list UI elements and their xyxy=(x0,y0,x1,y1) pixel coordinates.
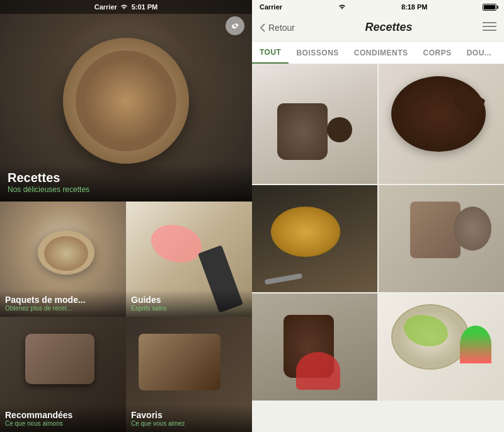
recipe-row-2 xyxy=(252,185,504,292)
chevron-left-icon xyxy=(260,23,266,33)
tab-dou[interactable]: DOU... xyxy=(459,42,500,64)
left-status-bar: Carrier 5:01 PM xyxy=(0,0,252,14)
left-panel: Carrier 5:01 PM Recettes Nos délicieuses… xyxy=(0,0,252,432)
paquets-cell[interactable]: Paquets de mode... Obtenez plus de recet… xyxy=(0,202,126,317)
hero-subtitle: Nos délicieuses recettes xyxy=(8,185,244,194)
guides-label: Guides Esprits sains xyxy=(126,290,252,317)
menu-button[interactable] xyxy=(483,21,496,34)
right-panel: Carrier 8:18 PM Retour Recettes xyxy=(252,0,504,432)
watermelon-decoration xyxy=(460,326,491,363)
hero-recettes-cell[interactable]: Recettes Nos délicieuses recettes xyxy=(0,0,252,202)
mug-drink-image xyxy=(252,64,377,184)
mug-drink-cell[interactable] xyxy=(252,64,377,184)
recipe-row-3 xyxy=(252,293,504,401)
tab-condiments[interactable]: CONDIMENTS xyxy=(346,42,416,64)
right-status-bar: Carrier 8:18 PM xyxy=(252,0,504,14)
paquets-subtitle: Obtenez plus de recet... xyxy=(5,305,121,312)
tab-corps[interactable]: CORPS xyxy=(415,42,459,64)
recipe-row-1 xyxy=(252,64,504,184)
category-grid: Paquets de mode... Obtenez plus de recet… xyxy=(0,202,252,432)
battery-status xyxy=(483,4,496,11)
back-button[interactable]: Retour xyxy=(260,23,295,33)
chocolate-tart-cell[interactable] xyxy=(379,64,504,184)
golden-soup-cell[interactable] xyxy=(252,185,377,292)
recommandees-title: Recommandées xyxy=(5,410,121,420)
wifi-icon xyxy=(120,4,129,10)
colorful-salad-cell[interactable] xyxy=(379,293,504,401)
gear-icon xyxy=(230,21,240,31)
nuts-image xyxy=(379,185,504,292)
tab-tout[interactable]: TOUT xyxy=(252,42,289,64)
paquets-label: Paquets de mode... Obtenez plus de recet… xyxy=(0,290,126,317)
chocolate-smoothie-cell[interactable] xyxy=(252,293,377,401)
noodle-plate xyxy=(63,38,189,164)
right-wifi-icon xyxy=(338,4,346,10)
favoris-subtitle: Ce que vous aimez xyxy=(131,420,247,427)
favoris-cell[interactable]: Favoris Ce que vous aimez xyxy=(126,317,252,432)
tab-bar: TOUT BOISSONS CONDIMENTS CORPS DOU... xyxy=(252,42,504,64)
guides-cell[interactable]: Guides Esprits sains xyxy=(126,202,252,317)
guides-subtitle: Esprits sains xyxy=(131,305,247,312)
recommandees-subtitle: Ce que nous aimons xyxy=(5,420,121,427)
settings-button[interactable] xyxy=(226,16,244,35)
favoris-label: Favoris Ce que vous aimez xyxy=(126,405,252,432)
left-time: 5:01 PM xyxy=(132,3,158,11)
battery-icon xyxy=(483,4,496,11)
back-label: Retour xyxy=(268,23,295,33)
nuts-granola-cell[interactable] xyxy=(379,185,504,292)
hero-label: Recettes Nos délicieuses recettes xyxy=(0,163,252,202)
left-carrier: Carrier xyxy=(94,3,117,11)
tart-image xyxy=(379,64,504,184)
battery-fill xyxy=(484,5,495,9)
recipe-grid xyxy=(252,64,504,432)
nav-bar: Retour Recettes xyxy=(252,14,504,42)
hero-title: Recettes xyxy=(8,171,244,185)
paquets-title: Paquets de mode... xyxy=(5,295,121,305)
recommandees-cell[interactable]: Recommandées Ce que nous aimons xyxy=(0,317,126,432)
page-title: Recettes xyxy=(365,21,412,34)
favoris-title: Favoris xyxy=(131,410,247,420)
right-carrier: Carrier xyxy=(260,3,282,11)
bowl-decoration xyxy=(44,236,88,271)
right-time: 8:18 PM xyxy=(401,3,428,11)
hamburger-icon xyxy=(483,21,496,31)
soup-image xyxy=(252,185,377,292)
guides-title: Guides xyxy=(131,295,247,305)
smoothie-image xyxy=(252,293,377,401)
salad-image xyxy=(379,293,504,401)
recommandees-label: Recommandées Ce que nous aimons xyxy=(0,405,126,432)
tab-boissons[interactable]: BOISSONS xyxy=(289,42,346,64)
